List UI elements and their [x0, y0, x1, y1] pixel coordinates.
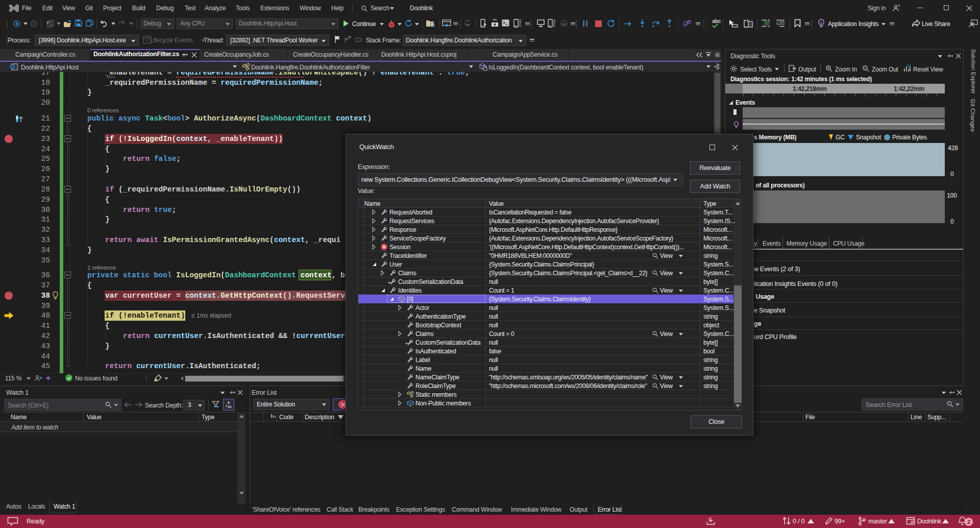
svg-text:ab: ab [228, 405, 232, 409]
svg-text:IPA: IPA [562, 23, 566, 26]
